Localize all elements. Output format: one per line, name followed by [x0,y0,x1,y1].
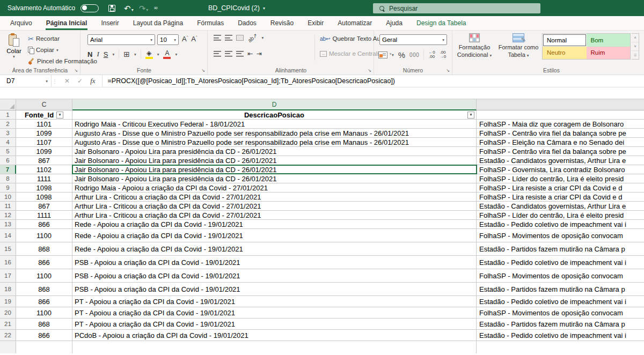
cell-E23[interactable] [477,341,644,353]
cell-E2[interactable]: FolhaSP - Maia diz que coragem de Bolson… [477,120,644,128]
filter-dropdown-icon[interactable]: ▾ [467,112,474,119]
ribbon-tab-design-da-tabela[interactable]: Design da Tabela [409,16,473,30]
copy-button[interactable]: Copiar ▾ [28,47,58,54]
cell-C3[interactable]: 1099 [16,129,72,137]
align-right-button[interactable] [236,51,244,57]
cell-C6[interactable]: 867 [16,156,72,165]
increase-font-size-button[interactable]: Aˆ [182,35,188,43]
ribbon-tab-exibir[interactable]: Exibir [301,16,331,30]
row-header-4[interactable]: 4 [0,138,16,146]
increase-indent-button[interactable]: ⇥ [257,50,262,57]
fill-color-button[interactable]: ◈ [145,50,153,59]
gallery-scroll-down-icon[interactable]: ˅ [632,42,639,51]
align-middle-button[interactable] [225,35,232,41]
cell-C14[interactable]: 1100 [16,229,72,242]
cell-D9[interactable]: Rodrigo Maia - Apoiou a criação da CPI d… [72,183,477,192]
cell-E21[interactable]: Estadão - Partidos fazem mutirão na Câma… [477,319,644,329]
cell-D15[interactable]: Rede - Apoiou a criação da CPI da Covid … [72,242,477,255]
ribbon-tab-fórmulas[interactable]: Fórmulas [190,16,231,30]
name-box[interactable]: D7 ▾ [0,75,52,87]
cell-E13[interactable]: Estadão - Pedido coletivo de impeachment… [477,220,644,228]
cell-style-bom[interactable]: Bom [587,34,631,47]
paste-button[interactable]: Colar ▾ [4,34,24,59]
row-header-21[interactable]: 21 [0,319,16,329]
header-cell-descricao-posicao[interactable]: DescricaoPosicao ▾ [72,110,477,119]
row-header-17[interactable]: 17 [0,269,16,282]
percent-style-button[interactable]: % [398,50,405,60]
align-top-button[interactable] [214,35,221,41]
row-header-19[interactable]: 19 [0,296,16,307]
redo-icon[interactable]: ↷▾ [139,4,149,12]
cell-E15[interactable]: Estadão - Partidos fazem mutirão na Câma… [477,242,644,255]
font-size-select[interactable]: 10 ▾ [157,34,179,45]
header-cell-fonte-id[interactable]: Fonte_Id ▾ [16,110,72,119]
borders-button[interactable]: ⊞ [123,50,130,58]
decrease-indent-button[interactable]: ⇤ [247,50,253,57]
undo-icon[interactable]: ↶▾ [124,4,134,12]
filter-dropdown-icon[interactable]: ▾ [56,112,63,119]
align-left-button[interactable] [214,51,221,57]
cell-E12[interactable]: FolhaSP - Líder do centrão, Lira é eleit… [477,211,644,219]
cell-D14[interactable]: Rede - Apoiou a criação da CPI da Covid … [72,229,477,242]
cell-C23[interactable] [16,341,72,353]
row-header-1[interactable]: 1 [0,110,16,119]
cell-E18[interactable]: Estadão - Partidos fazem mutirão na Câma… [477,283,644,295]
dialog-launcher-icon[interactable]: ↘ [201,68,205,73]
conditional-formatting-button[interactable]: Formatação Condicional ▾ [453,33,496,59]
cancel-entry-icon[interactable]: ✕ [64,77,70,85]
cell-D2[interactable]: Rodrigo Maia - Criticou Executivo Federa… [72,120,477,128]
select-all-corner[interactable] [0,99,16,110]
cell-C5[interactable]: 1099 [16,147,72,156]
cell-style-neutro[interactable]: Neutro [543,47,587,60]
formula-input[interactable]: =PROCX([@[Posicao_Id]];Tb_AtoresPosicao[… [103,75,644,87]
cell-E10[interactable]: FolhaSP - Lira resiste a criar CPI da Co… [477,193,644,201]
cell-C21[interactable]: 868 [16,319,72,329]
cell-E5[interactable]: FolhaSP - Centrão vira fiel da balança s… [477,147,644,156]
cell-E22[interactable]: Estadão - Pedido coletivo de impeachment… [477,330,644,341]
row-header-2[interactable]: 2 [0,120,16,128]
cell-E16[interactable]: Estadão - Pedido coletivo de impeachment… [477,256,644,269]
cell-E14[interactable]: FolhaSP - Movimentos de oposição convoca… [477,229,644,242]
row-header-7[interactable]: 7 [0,165,16,174]
row-header-23[interactable] [0,341,16,353]
cell-C12[interactable]: 1111 [16,211,72,219]
comma-style-button[interactable]: 000 [409,52,419,58]
row-header-9[interactable]: 9 [0,183,16,192]
format-as-table-button[interactable]: Formatar como Tabela ▾ [497,33,540,59]
row-header-3[interactable]: 3 [0,129,16,137]
cell-C19[interactable]: 866 [16,296,72,307]
bold-button[interactable]: N [87,50,92,58]
ribbon-tab-inserir[interactable]: Inserir [94,16,126,30]
cell-E17[interactable]: FolhaSP - Movimentos de oposição convoca… [477,269,644,282]
row-header-5[interactable]: 5 [0,147,16,156]
decrease-font-size-button[interactable]: Aˇ [191,35,197,43]
row-header-16[interactable]: 16 [0,256,16,269]
cell-E6[interactable]: Estadão - Candidatos governistas, Arthur… [477,156,644,165]
ribbon-tab-página-inicial[interactable]: Página Inicial [39,16,94,30]
accounting-format-button[interactable] [378,51,387,58]
cell-C16[interactable]: 866 [16,256,72,269]
quick-access-chevron-icon[interactable]: ≂ [153,5,158,11]
dialog-launcher-icon[interactable]: ↘ [74,68,78,73]
cell-D5[interactable]: Jair Bolsonaro - Apoiou Lira para presid… [72,147,477,156]
cell-D3[interactable]: Augusto Aras - Disse que o Ministro Pazu… [72,129,477,137]
cell-D20[interactable]: PT - Apoiou a criação da CPI da Covid - … [72,307,477,318]
orientation-button[interactable]: ab↗ [247,32,259,43]
cell-D18[interactable]: PSB - Apoiou a criação da CPI da Covid -… [72,283,477,295]
document-title[interactable]: BD_CPICovid (2) ▾ [208,0,265,16]
cell-E3[interactable]: FolhaSP - Centrão vira fiel da balança s… [477,129,644,137]
decrease-decimal-button[interactable]: .00→0 [440,50,446,59]
cell-D22[interactable]: PCdoB - Apoiou a criação da CPI da Covid… [72,330,477,341]
cell-E19[interactable]: Estadão - Pedido coletivo de impeachment… [477,296,644,307]
cell-D16[interactable]: PSB - Apoiou a criação da CPI da Covid -… [72,256,477,269]
dialog-launcher-icon[interactable]: ↘ [368,68,371,73]
ribbon-tab-ajuda[interactable]: Ajuda [379,16,409,30]
insert-function-icon[interactable]: fx [90,77,95,85]
cell-D6[interactable]: Jair Bolsonaro - Apoiou Lira para presid… [72,156,477,165]
cell-D19[interactable]: PT - Apoiou a criação da CPI da Covid - … [72,296,477,307]
cell-D8[interactable]: Jair Bolsonaro - Apoiou Lira para presid… [72,174,477,183]
cell-D21[interactable]: PT - Apoiou a criação da CPI da Covid - … [72,319,477,329]
cell-C15[interactable]: 868 [16,242,72,255]
cell-C18[interactable]: 868 [16,283,72,295]
row-header-20[interactable]: 20 [0,307,16,318]
